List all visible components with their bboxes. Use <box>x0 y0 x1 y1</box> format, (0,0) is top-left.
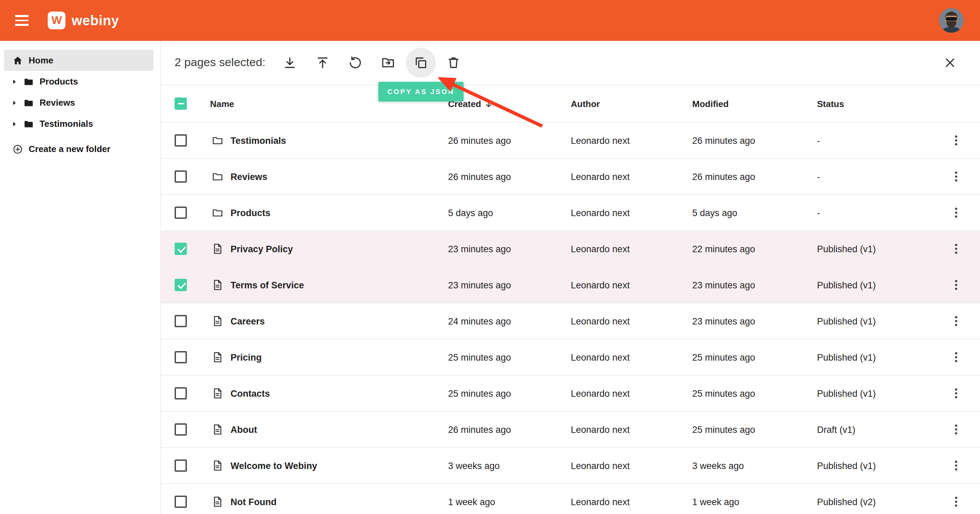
row-checkbox[interactable] <box>175 351 187 363</box>
row-actions-cell <box>946 275 966 295</box>
kebab-menu-button[interactable] <box>946 239 966 259</box>
kebab-menu-button[interactable] <box>946 167 966 187</box>
row-checkbox[interactable] <box>175 134 187 147</box>
kebab-menu-button[interactable] <box>946 311 966 331</box>
row-name[interactable]: Testimonials <box>231 135 286 146</box>
sidebar-folder-list: Products Reviews <box>0 71 160 134</box>
row-checkbox[interactable] <box>175 206 187 219</box>
kebab-menu-button[interactable] <box>946 419 966 440</box>
move-to-folder-button[interactable] <box>373 48 403 78</box>
sidebar-item-home[interactable]: Home <box>4 50 153 71</box>
restore-icon <box>348 55 363 70</box>
webiny-logo-icon: W <box>48 11 65 29</box>
row-author: Leonardo next <box>571 388 692 398</box>
column-header-author[interactable]: Author <box>571 98 692 109</box>
table-row[interactable]: Welcome to Webiny 3 weeks ago Leonardo n… <box>161 448 980 484</box>
topbar: W webiny <box>0 0 980 41</box>
table-row[interactable]: Products 5 days ago Leonardo next 5 days… <box>161 195 980 231</box>
row-checkbox[interactable] <box>175 279 187 291</box>
row-checkbox[interactable] <box>175 460 187 472</box>
row-name[interactable]: Contacts <box>231 388 270 398</box>
row-name-cell: Reviews <box>200 170 448 183</box>
download-button[interactable] <box>275 48 305 78</box>
page-icon <box>212 387 224 400</box>
table-row[interactable]: Pricing 25 minutes ago Leonardo next 25 … <box>161 339 980 376</box>
table-row[interactable]: Testimonials 26 minutes ago Leonardo nex… <box>161 123 980 159</box>
table-row[interactable]: Privacy Policy 23 minutes ago Leonardo n… <box>161 231 980 267</box>
kebab-menu-button[interactable] <box>946 492 966 512</box>
selection-count: 2 pages selected: <box>175 56 266 70</box>
row-modified: 22 minutes ago <box>692 244 817 254</box>
folder-icon <box>23 76 34 87</box>
row-author: Leonardo next <box>571 316 692 326</box>
table-row[interactable]: Careers 24 minutes ago Leonardo next 23 … <box>161 303 980 339</box>
sidebar-item-testimonials[interactable]: Testimonials <box>4 113 153 134</box>
sidebar-item-products[interactable]: Products <box>4 71 153 92</box>
close-button[interactable] <box>936 49 964 76</box>
row-created: 26 minutes ago <box>448 424 571 435</box>
row-created: 5 days ago <box>448 208 571 218</box>
row-name[interactable]: Terms of Service <box>231 280 304 290</box>
row-name[interactable]: Careers <box>231 316 265 326</box>
row-actions-cell <box>946 383 966 404</box>
download-icon <box>283 55 298 70</box>
row-checkbox[interactable] <box>175 387 187 400</box>
row-name-cell: Terms of Service <box>200 279 448 291</box>
row-created: 1 week ago <box>448 497 571 507</box>
restore-button[interactable] <box>340 48 371 78</box>
row-name[interactable]: Products <box>231 208 270 218</box>
kebab-menu-button[interactable] <box>946 383 966 404</box>
row-checkbox[interactable] <box>175 424 187 436</box>
kebab-menu-button[interactable] <box>946 275 966 295</box>
row-actions-cell <box>946 239 966 259</box>
page-icon <box>212 496 224 508</box>
row-name[interactable]: Not Found <box>231 497 277 507</box>
copy-button[interactable] <box>406 48 436 78</box>
create-folder-button[interactable]: Create a new folder <box>4 138 153 160</box>
row-name[interactable]: About <box>231 424 257 435</box>
table-row[interactable]: Contacts 25 minutes ago Leonardo next 25… <box>161 376 980 412</box>
chevron-right-icon[interactable] <box>11 78 18 85</box>
row-checkbox[interactable] <box>175 170 187 183</box>
row-checkbox[interactable] <box>175 243 187 255</box>
row-name[interactable]: Welcome to Webiny <box>231 460 317 471</box>
row-status: Published (v1) <box>817 388 939 398</box>
kebab-menu-button[interactable] <box>946 347 966 367</box>
row-checkbox[interactable] <box>175 315 187 327</box>
page-icon <box>212 279 224 291</box>
publish-button[interactable] <box>308 48 338 78</box>
table-row[interactable]: About 26 minutes ago Leonardo next 25 mi… <box>161 412 980 448</box>
row-status: Published (v1) <box>817 244 939 254</box>
row-author: Leonardo next <box>571 497 692 507</box>
chevron-right-icon[interactable] <box>11 99 18 106</box>
sidebar-item-label: Products <box>40 76 78 87</box>
column-header-created[interactable]: Created <box>448 98 571 109</box>
kebab-icon <box>949 278 963 292</box>
kebab-menu-button[interactable] <box>946 455 966 476</box>
menu-button[interactable] <box>8 7 35 34</box>
column-header-status[interactable]: Status <box>817 98 939 109</box>
sidebar-item-reviews[interactable]: Reviews <box>4 92 153 113</box>
row-name[interactable]: Reviews <box>231 171 267 182</box>
select-all-checkbox[interactable] <box>175 97 187 110</box>
table-row[interactable]: Terms of Service 23 minutes ago Leonardo… <box>161 267 980 303</box>
delete-button[interactable] <box>439 48 469 78</box>
avatar[interactable] <box>939 8 964 33</box>
row-actions-cell <box>946 130 966 151</box>
publish-icon <box>315 55 331 70</box>
row-name[interactable]: Privacy Policy <box>231 244 293 254</box>
kebab-icon <box>949 495 963 509</box>
row-checkbox[interactable] <box>175 496 187 508</box>
row-name[interactable]: Pricing <box>231 352 262 362</box>
column-header-modified[interactable]: Modified <box>692 98 817 109</box>
chevron-right-icon[interactable] <box>11 120 18 127</box>
kebab-menu-button[interactable] <box>946 130 966 151</box>
table-row[interactable]: Not Found 1 week ago Leonardo next 1 wee… <box>161 484 980 514</box>
folder-icon <box>212 170 224 183</box>
kebab-menu-button[interactable] <box>946 203 966 223</box>
row-actions-cell <box>946 167 966 187</box>
toolbar: COPY AS JSON <box>275 48 469 78</box>
row-name-cell: Privacy Policy <box>200 243 448 255</box>
row-actions-cell <box>946 455 966 476</box>
table-row[interactable]: Reviews 26 minutes ago Leonardo next 26 … <box>161 159 980 195</box>
